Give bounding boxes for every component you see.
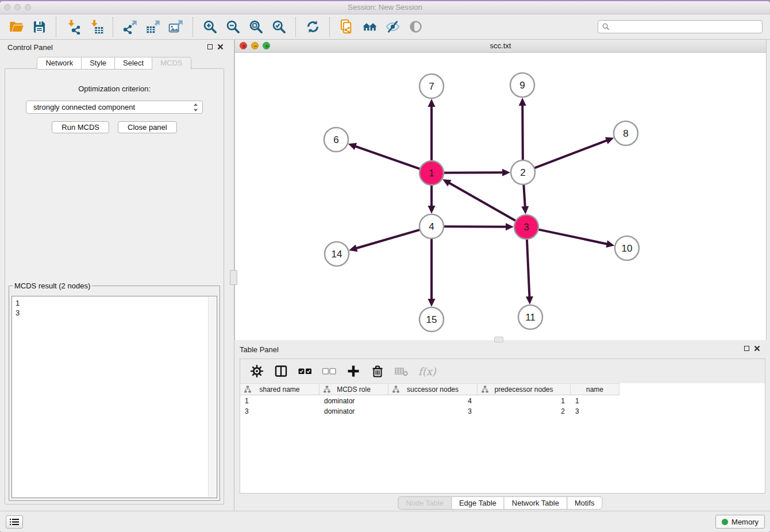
edge-2-9[interactable]: [522, 104, 523, 160]
close-panel-button[interactable]: Close panel: [118, 121, 177, 133]
float-panel-icon[interactable]: [207, 44, 213, 49]
add-column-icon[interactable]: [344, 362, 363, 380]
float-table-panel-icon[interactable]: [744, 346, 749, 351]
network-canvas[interactable]: 7968124314101511: [235, 53, 766, 340]
edge-2-3[interactable]: [523, 184, 525, 208]
delete-table-icon[interactable]: [392, 362, 411, 380]
function-builder-icon[interactable]: f(x): [416, 362, 438, 380]
zoom-out-icon[interactable]: [222, 17, 243, 37]
toolbar-separator: [192, 17, 193, 37]
table-cell: 1: [478, 396, 571, 406]
window-zoom-icon[interactable]: [25, 4, 31, 10]
select-all-checkboxes-icon[interactable]: [295, 362, 315, 380]
control-panel-header: Control Panel: [0, 40, 229, 56]
import-table-icon[interactable]: [86, 17, 106, 37]
save-floppy-icon[interactable]: [29, 17, 49, 37]
result-line: 3: [16, 308, 213, 318]
table-cell: 2: [478, 407, 571, 416]
edge-1-6[interactable]: [354, 146, 420, 169]
table-cell: 1: [571, 396, 619, 406]
window-close-icon[interactable]: [4, 4, 10, 10]
column-header-mcds-role[interactable]: MCDS role: [319, 384, 388, 395]
column-header-name[interactable]: name: [571, 384, 619, 395]
edge-arrowhead: [526, 296, 533, 304]
mcds-result-title: MCDS result (2 nodes): [13, 282, 92, 290]
import-network-icon[interactable]: [63, 17, 83, 37]
table-panel: Table Panel: [234, 340, 767, 511]
vertical-splitter-handle[interactable]: [230, 270, 237, 285]
tab-node-table[interactable]: Node Table: [398, 496, 452, 510]
table-row[interactable]: 1dominator411: [240, 396, 765, 406]
eye-icon[interactable]: [405, 17, 426, 37]
edge-3-11[interactable]: [527, 239, 530, 298]
toolbar-separator: [56, 17, 56, 37]
column-header-successor-nodes[interactable]: successor nodes: [388, 384, 478, 395]
edge-2-8[interactable]: [534, 140, 609, 168]
close-table-panel-icon[interactable]: [754, 345, 760, 352]
horizontal-splitter-handle[interactable]: [494, 337, 503, 342]
open-folder-icon[interactable]: [6, 17, 26, 37]
tab-motifs[interactable]: Motifs: [567, 496, 603, 510]
edge-arrowhead: [428, 299, 436, 307]
export-image-icon[interactable]: [165, 17, 186, 37]
edge-arrowhead: [605, 137, 614, 144]
gear-icon[interactable]: [247, 362, 267, 380]
tab-network-table[interactable]: Network Table: [504, 496, 567, 510]
edge-4-14[interactable]: [355, 230, 420, 249]
column-header-predecessor-nodes[interactable]: predecessor nodes: [478, 384, 571, 395]
mcds-result-text[interactable]: 13: [11, 296, 217, 498]
export-network-icon[interactable]: [120, 17, 140, 37]
zoom-in-icon[interactable]: [199, 17, 220, 37]
network-close-icon[interactable]: [240, 42, 247, 49]
application-window: Session: New Session: [0, 1, 770, 532]
deselect-checkboxes-icon[interactable]: [319, 362, 339, 380]
table-cell: dominator: [319, 396, 388, 406]
close-panel-icon[interactable]: [217, 44, 224, 50]
table-panel-tabs: Node TableEdge TableNetwork TableMotifs: [398, 496, 602, 510]
mcds-buttons-row: Run MCDS Close panel: [5, 121, 224, 133]
trash-icon[interactable]: [368, 362, 387, 380]
optimization-criterion-select[interactable]: strongly connected component: [26, 101, 203, 114]
eye-slash-icon[interactable]: [382, 17, 403, 37]
table-cell: 3: [571, 407, 619, 416]
tab-network[interactable]: Network: [37, 57, 82, 70]
split-columns-icon[interactable]: [271, 362, 291, 380]
task-history-list-icon[interactable]: [6, 515, 23, 529]
network-from-selection-icon[interactable]: [336, 17, 357, 37]
fx-label: f(x): [418, 365, 436, 377]
result-line: 1: [16, 298, 213, 308]
export-table-icon[interactable]: [143, 17, 163, 37]
refresh-layout-icon[interactable]: [302, 17, 323, 37]
window-title: Session: New Session: [0, 1, 770, 14]
tab-edge-table[interactable]: Edge Table: [451, 496, 505, 510]
search-container: [598, 20, 763, 33]
column-header-shared-name[interactable]: shared name: [240, 384, 319, 395]
run-mcds-button[interactable]: Run MCDS: [52, 121, 109, 133]
window-minimize-icon[interactable]: [14, 4, 21, 10]
control-panel-title: Control Panel: [7, 43, 53, 52]
network-minimize-icon[interactable]: [251, 42, 259, 49]
memory-button[interactable]: Memory: [715, 515, 765, 529]
edge-1-2[interactable]: [444, 172, 504, 173]
homes-icon[interactable]: [359, 17, 380, 37]
table-row[interactable]: 3dominator323: [240, 407, 765, 416]
toolbar-separator: [295, 17, 296, 37]
network-zoom-icon[interactable]: [263, 42, 270, 49]
zoom-fit-icon[interactable]: [245, 17, 266, 37]
result-scrollbar[interactable]: [208, 297, 216, 497]
zoom-selected-icon[interactable]: [268, 17, 289, 37]
network-window-titlebar[interactable]: scc.txt: [235, 40, 766, 53]
edge-4-3[interactable]: [444, 226, 507, 227]
search-input[interactable]: [598, 20, 763, 33]
graph-node-label: 4: [429, 221, 434, 232]
edge-3-10[interactable]: [538, 229, 609, 244]
edge-arrowhead: [606, 240, 614, 248]
tab-style[interactable]: Style: [81, 57, 115, 70]
table-cell: 3: [388, 407, 478, 416]
edge-3-1[interactable]: [448, 182, 516, 221]
tab-select[interactable]: Select: [114, 57, 152, 70]
graph-node-label: 6: [333, 134, 338, 145]
toolbar-separator: [113, 17, 113, 37]
network-canvas-svg: 7968124314101511: [235, 53, 766, 340]
tab-mcds[interactable]: MCDS: [152, 57, 191, 70]
